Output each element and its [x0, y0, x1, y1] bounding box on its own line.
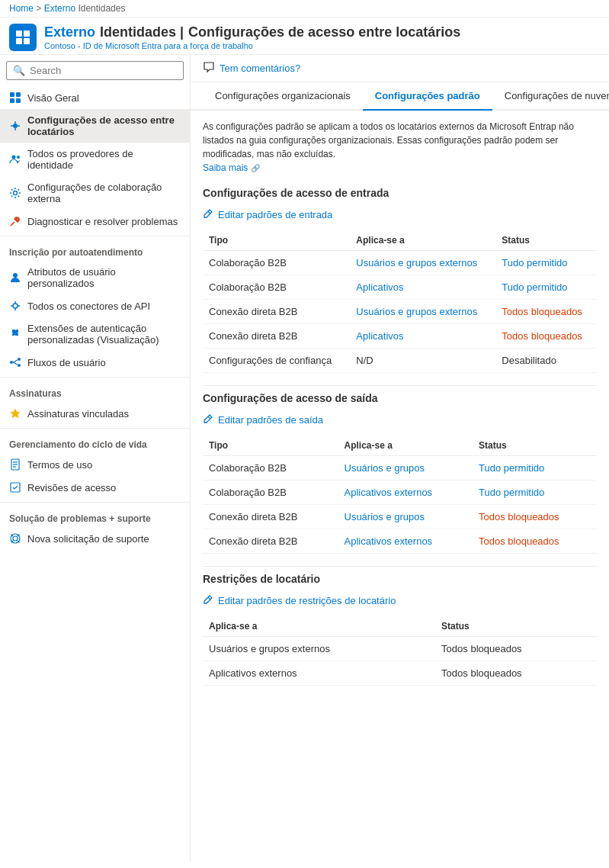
tab-organizacionais[interactable]: Configurações organizacionais	[203, 82, 363, 111]
sidebar-item-suporte[interactable]: Nova solicitação de suporte	[0, 527, 190, 550]
pencil-icon-entrada	[203, 208, 213, 221]
edit-saida-link[interactable]: Editar padrões de saída	[203, 410, 597, 429]
section-title-restricoes: Restrições de locatário	[203, 573, 597, 585]
cell-tipo: Conexão direta B2B	[203, 324, 350, 349]
sidebar-item-fluxos[interactable]: Fluxos de usuário	[0, 351, 190, 374]
content-area: Tem comentários? Configurações organizac…	[191, 55, 609, 862]
review-icon	[9, 481, 21, 493]
col-tipo-entrada: Tipo	[203, 230, 350, 251]
sidebar-label-assinaturas: Assinaturas vinculadas	[27, 408, 129, 420]
edit-restricoes-link[interactable]: Editar padrões de restrições de locatári…	[203, 591, 597, 610]
svg-point-24	[18, 358, 21, 361]
col-aplica-saida: Aplica-se a	[338, 436, 473, 456]
sidebar-item-visao-geral[interactable]: Visão Geral	[0, 86, 190, 109]
sidebar-item-extensoes[interactable]: Extensões de autenticação personalizadas…	[0, 317, 190, 351]
cell-status: Todos bloqueados	[473, 505, 597, 529]
table-row: Conexão direta B2B Usuários e grupos Tod…	[203, 505, 597, 529]
table-row: Configurações de confiança N/D Desabilit…	[203, 349, 597, 373]
search-box[interactable]: 🔍 «	[6, 61, 184, 80]
cell-status: Todos bloqueados	[435, 637, 597, 661]
cell-aplica: Aplicativos externos	[338, 529, 473, 554]
svg-rect-5	[16, 92, 21, 97]
svg-point-8	[13, 124, 18, 128]
support-icon	[9, 532, 21, 545]
sidebar-item-colaboracao[interactable]: Configurações de colaboração externa	[0, 176, 190, 210]
network-icon	[9, 120, 21, 132]
app-icon	[9, 24, 37, 51]
tab-padrao[interactable]: Configurações padrão	[363, 82, 492, 111]
cell-aplica: Aplicativos externos	[338, 481, 473, 505]
tab-nuvem-microsoft[interactable]: Configurações de nuvem da Microsoft	[492, 82, 609, 111]
info-text: As configurações padrão se aplicam a tod…	[203, 121, 574, 159]
feedback-bar: Tem comentários?	[191, 55, 609, 82]
feedback-link[interactable]: Tem comentários?	[220, 63, 300, 74]
breadcrumb-sep1: >	[36, 3, 43, 14]
sidebar-divider-4	[0, 502, 190, 503]
table-row: Conexão direta B2B Aplicativos externos …	[203, 529, 597, 554]
entrada-table: Tipo Aplica-se a Status Colaboração B2B …	[203, 230, 597, 373]
sidebar-item-config-acesso[interactable]: Configurações de acesso entre locatários	[0, 109, 190, 143]
table-row: Colaboração B2B Aplicativos Tudo permiti…	[203, 275, 597, 300]
sidebar-item-conectores[interactable]: Todos os conectores de API	[0, 294, 190, 317]
edit-entrada-label: Editar padrões de entrada	[218, 209, 332, 220]
col-status-entrada: Status	[495, 230, 597, 251]
cell-tipo: Colaboração B2B	[203, 251, 350, 275]
breadcrumb-home[interactable]: Home	[9, 3, 34, 14]
header-separator: Identidades |	[100, 24, 184, 40]
star-icon	[9, 407, 21, 420]
cell-aplica: Aplicativos	[350, 324, 495, 349]
feedback-icon	[203, 61, 215, 76]
cell-status: Todos bloqueados	[495, 300, 597, 324]
cell-status: Tudo permitido	[495, 251, 597, 275]
edit-entrada-link[interactable]: Editar padrões de entrada	[203, 205, 597, 224]
cell-aplica: Usuários e grupos externos	[350, 251, 495, 275]
svg-line-42	[208, 597, 210, 600]
sidebar-section-suporte: Solução de problemas + suporte	[0, 506, 190, 527]
sidebar-label-suporte: Nova solicitação de suporte	[27, 533, 149, 545]
sidebar-divider-3	[0, 428, 190, 429]
header-title-group: Externo Identidades | Configurações de a…	[44, 24, 460, 50]
sidebar-section-gerenciamento: Gerenciamento do ciclo de vida	[0, 432, 190, 453]
flow-icon	[9, 356, 21, 368]
cell-tipo: Conexão direta B2B	[203, 529, 338, 554]
sidebar-item-atributos[interactable]: Atributos de usuário personalizados	[0, 261, 190, 294]
person-icon	[9, 272, 21, 284]
svg-rect-2	[16, 38, 22, 44]
search-input[interactable]	[30, 65, 177, 76]
sidebar-item-revisoes[interactable]: Revisões de acesso	[0, 476, 190, 499]
tools-icon	[9, 215, 21, 227]
svg-point-18	[13, 304, 18, 308]
edit-restricoes-label: Editar padrões de restrições de locatári…	[218, 595, 396, 606]
cell-tipo: Colaboração B2B	[203, 481, 338, 505]
svg-point-13	[12, 156, 16, 159]
svg-line-26	[13, 360, 18, 362]
cell-status: Desabilitado	[495, 349, 597, 373]
saida-table: Tipo Aplica-se a Status Colaboração B2B …	[203, 436, 597, 554]
external-link-icon: 🔗	[251, 164, 260, 172]
svg-point-17	[13, 273, 18, 278]
sidebar-label-extensoes: Extensões de autenticação personalizadas…	[27, 323, 181, 346]
sidebar-item-termos[interactable]: Termos de uso	[0, 453, 190, 476]
saiba-mais-link[interactable]: Saiba mais	[203, 162, 248, 173]
cell-aplica: Aplicativos	[350, 275, 495, 300]
col-status-saida: Status	[473, 436, 597, 456]
cell-tipo: Conexão direta B2B	[203, 505, 338, 529]
svg-line-27	[13, 362, 18, 365]
svg-rect-33	[11, 483, 20, 492]
sidebar-item-assinaturas[interactable]: Assinaturas vinculadas	[0, 402, 190, 425]
table-row: Colaboração B2B Usuários e grupos extern…	[203, 251, 597, 275]
sidebar-item-provedores[interactable]: Todos os provedores de identidade	[0, 143, 190, 176]
cell-aplica: Usuários e grupos	[338, 456, 473, 481]
sidebar-label-fluxos: Fluxos de usuário	[27, 357, 106, 368]
breadcrumb-externo[interactable]: Externo	[44, 3, 75, 14]
table-row: Conexão direta B2B Aplicativos Todos blo…	[203, 324, 597, 349]
section-title-entrada: Configurações de acesso de entrada	[203, 187, 597, 199]
svg-rect-0	[16, 31, 22, 37]
cell-tipo: Conexão direta B2B	[203, 300, 350, 324]
cell-aplica: N/D	[350, 349, 495, 373]
sidebar-item-diagnosticar[interactable]: Diagnosticar e resolver problemas	[0, 210, 190, 233]
cell-aplica: Usuários e grupos externos	[350, 300, 495, 324]
table-row: Conexão direta B2B Usuários e grupos ext…	[203, 300, 597, 324]
breadcrumb-identidades: Identidades	[78, 3, 125, 14]
cell-tipo: Colaboração B2B	[203, 275, 350, 300]
